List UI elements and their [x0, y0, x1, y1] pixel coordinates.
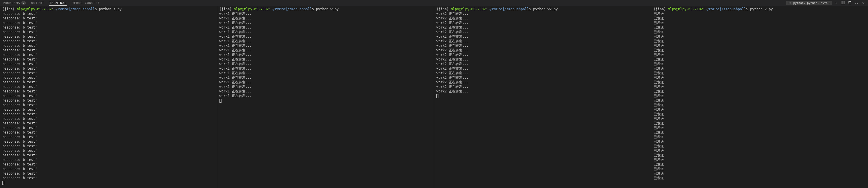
output-line: 已发送 — [654, 11, 866, 16]
prompt-dollar: $ — [312, 7, 316, 11]
output-line: work1 正在转发... — [219, 80, 432, 84]
maximize-panel-button[interactable]: ︿ — [854, 0, 860, 6]
kill-terminal-button[interactable] — [847, 0, 852, 6]
output-line: work1 正在转发... — [219, 39, 432, 43]
tab-group: PROBLEMS 2 OUTPUT TERMINAL DEBUG CONSOLE — [3, 1, 100, 5]
output-line: response: b'test' — [2, 162, 215, 167]
output-line: 已发送 — [654, 43, 866, 48]
output-line: work2 正在转发... — [436, 48, 649, 53]
output-line: work2 正在转发... — [436, 75, 649, 80]
close-panel-button[interactable]: ✕ — [861, 0, 866, 6]
output-line: response: b'test' — [2, 139, 215, 144]
output-line: response: b'test' — [2, 121, 215, 126]
output-line: response: b'test' — [2, 153, 215, 158]
output-line: response: b'test' — [2, 89, 215, 93]
output-line: response: b'test' — [2, 112, 215, 116]
output-line: work2 正在转发... — [436, 25, 649, 30]
output-line: work1 正在转发... — [219, 84, 432, 89]
output-line: work2 正在转发... — [436, 53, 649, 57]
terminal-toolbar: 1: python, python, pyth ⌄ + ︿ ✕ — [786, 0, 868, 6]
output-line: response: b'test' — [2, 107, 215, 112]
output-line: work2 正在转发... — [436, 21, 649, 25]
output-line: 已发送 — [654, 167, 866, 171]
output-line: work2 正在转发... — [436, 30, 649, 34]
svg-rect-0 — [841, 1, 843, 4]
output-line: 已发送 — [654, 116, 866, 121]
output-line: response: b'test' — [2, 116, 215, 121]
output-line: 已发送 — [654, 30, 866, 34]
output-line: response: b'test' — [2, 80, 215, 84]
prompt-env: (jina) — [436, 7, 451, 11]
tab-output[interactable]: OUTPUT — [31, 1, 44, 5]
output-line: 已发送 — [654, 126, 866, 130]
output-line: work1 正在转发... — [219, 53, 432, 57]
output-line: work2 正在转发... — [436, 57, 649, 62]
output-line: response: b'test' — [2, 43, 215, 48]
output-line: work2 正在转发... — [436, 66, 649, 71]
prompt-line: (jina) mlpy@mlpy-MS-7C82:~/PyProj/zmqpus… — [436, 7, 649, 11]
output-line: response: b'test' — [2, 75, 215, 80]
output-line: 已发送 — [654, 130, 866, 135]
terminal-pane-4[interactable]: (jina) mlpy@mlpy-MS-7C82:~/PyProj/zmqpus… — [651, 6, 868, 188]
output-line: work2 正在转发... — [436, 84, 649, 89]
terminal-selector-dropdown[interactable]: 1: python, python, pyth ⌄ — [786, 1, 832, 5]
trash-icon — [848, 1, 852, 5]
output-line: 已发送 — [654, 112, 866, 116]
prompt-user-host: mlpy@mlpy-MS-7C82 — [668, 7, 703, 11]
tab-problems[interactable]: PROBLEMS 2 — [3, 1, 26, 5]
output-line: work2 正在转发... — [436, 80, 649, 84]
output-line: 已发送 — [654, 89, 866, 93]
prompt-env: (jina) — [219, 7, 234, 11]
output-line: response: b'test' — [2, 71, 215, 75]
prompt-colon: : — [52, 7, 54, 11]
terminal-pane-1[interactable]: (jina) mlpy@mlpy-MS-7C82:~/PyProj/zmqpus… — [0, 6, 217, 188]
new-terminal-button[interactable]: + — [833, 0, 839, 6]
output-line: work2 正在转发... — [436, 43, 649, 48]
cursor-line — [436, 93, 649, 98]
terminal-pane-3[interactable]: (jina) mlpy@mlpy-MS-7C82:~/PyProj/zmqpus… — [434, 6, 651, 188]
chevron-down-icon: ⌄ — [829, 1, 830, 5]
output-line: response: b'test' — [2, 48, 215, 53]
output-line: response: b'test' — [2, 84, 215, 89]
output-line: response: b'test' — [2, 39, 215, 43]
output-line: response: b'test' — [2, 16, 215, 21]
prompt-path-rest: /PyProj/zmqpushpoll — [56, 7, 95, 11]
terminal-cursor — [219, 99, 221, 103]
output-line: 已发送 — [654, 34, 866, 39]
output-line: work2 正在转发... — [436, 71, 649, 75]
command-text: python w2.py — [533, 7, 558, 11]
output-line: 已发送 — [654, 71, 866, 75]
prompt-user-host: mlpy@mlpy-MS-7C82 — [17, 7, 52, 11]
output-line: work1 正在转发... — [219, 30, 432, 34]
output-line: work1 正在转发... — [219, 11, 432, 16]
output-line: 已发送 — [654, 158, 866, 162]
output-line: 已发送 — [654, 103, 866, 107]
output-line: response: b'test' — [2, 171, 215, 176]
output-line: response: b'test' — [2, 126, 215, 130]
output-line: response: b'test' — [2, 25, 215, 30]
command-text: python v.py — [750, 7, 773, 11]
output-line: 已发送 — [654, 53, 866, 57]
terminal-pane-2[interactable]: (jina) mlpy@mlpy-MS-7C82:~/PyProj/zmqpus… — [217, 6, 434, 188]
output-line: work1 正在转发... — [219, 21, 432, 25]
tab-debug-console[interactable]: DEBUG CONSOLE — [72, 1, 100, 5]
prompt-path-tilde: ~ — [54, 7, 56, 11]
tab-terminal[interactable]: TERMINAL — [49, 1, 67, 5]
cursor-line — [2, 180, 215, 185]
output-line: work1 正在转发... — [219, 75, 432, 80]
output-line: work1 正在转发... — [219, 93, 432, 98]
split-terminal-button[interactable] — [840, 0, 846, 6]
output-line: work2 正在转发... — [436, 39, 649, 43]
output-line: 已发送 — [654, 16, 866, 21]
output-line: response: b'test' — [2, 62, 215, 66]
output-line: response: b'test' — [2, 93, 215, 98]
command-text: python s.py — [99, 7, 122, 11]
panel-tab-bar: PROBLEMS 2 OUTPUT TERMINAL DEBUG CONSOLE… — [0, 0, 868, 6]
output-line: work1 正在转发... — [219, 89, 432, 93]
split-icon — [841, 1, 845, 5]
output-line: response: b'test' — [2, 34, 215, 39]
output-line: work1 正在转发... — [219, 66, 432, 71]
prompt-line: (jina) mlpy@mlpy-MS-7C82:~/PyProj/zmqpus… — [219, 7, 432, 11]
output-line: response: b'test' — [2, 53, 215, 57]
prompt-path-tilde: ~ — [488, 7, 490, 11]
